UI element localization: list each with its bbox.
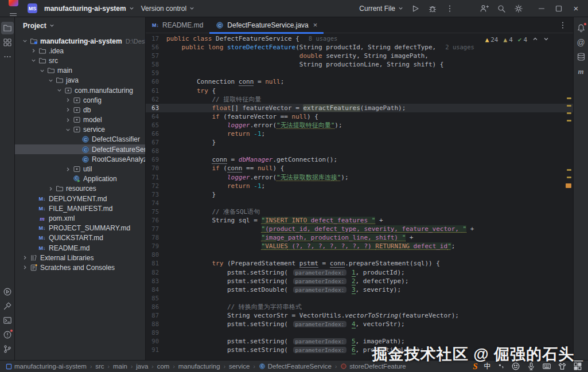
run-button[interactable] <box>1 285 14 298</box>
add-user-button[interactable] <box>477 2 492 15</box>
code-line-65[interactable]: 65 logger.error("无法提取特征向量"); <box>146 121 573 130</box>
line-number[interactable]: 73 <box>146 190 166 199</box>
code-text[interactable]: return -1; <box>166 182 573 190</box>
line-number[interactable]: 61 <box>146 87 166 95</box>
vcs-selector[interactable]: Version control <box>141 5 194 13</box>
code-line-73[interactable]: 73 } <box>146 190 573 199</box>
line-number[interactable]: 69 <box>146 155 166 164</box>
breadcrumb-java[interactable]: java <box>136 363 148 370</box>
code-text[interactable]: // 准备SQL语句 <box>166 207 573 216</box>
code-text[interactable]: double severity, String imagePath, <box>166 52 573 60</box>
code-line-60[interactable]: 60 Connection conn = null; <box>146 77 573 86</box>
code-text[interactable]: } <box>166 138 573 147</box>
tree-item-main[interactable]: main <box>15 66 145 76</box>
tree-item-project-summary-md[interactable]: M↓PROJECT_SUMMARY.md <box>15 224 145 233</box>
code-line-66[interactable]: 66 return -1; <box>146 130 573 138</box>
code-text[interactable]: return -1; <box>166 130 573 138</box>
code-text[interactable] <box>166 199 573 207</box>
code-text[interactable] <box>166 328 573 337</box>
line-number[interactable]: 60 <box>146 77 166 86</box>
code-text[interactable]: pstmt.setString( parameterIndex: 1, prod… <box>166 268 573 277</box>
tree-item-pom-xml[interactable]: mpom.xml <box>15 213 145 223</box>
breadcrumb-manufacturing[interactable]: manufacturing <box>178 363 220 370</box>
code-text[interactable]: conn = dbManager.getConnection(); <box>166 155 573 164</box>
breadcrumb-src[interactable]: src <box>95 363 104 370</box>
more-button[interactable] <box>1 50 14 63</box>
code-line-63[interactable]: 63 float[] featureVector = extractFeatur… <box>146 104 573 112</box>
code-line-61[interactable]: 61 try { <box>146 87 573 95</box>
line-number[interactable]: 88 <box>146 320 166 328</box>
line-number[interactable]: 74 <box>146 199 166 207</box>
ok-count[interactable]: ✔4 <box>518 36 527 44</box>
chevron-right-sm-icon[interactable] <box>22 265 28 270</box>
line-number[interactable]: 17 <box>146 34 166 43</box>
code-line-69[interactable]: 69 conn = dbManager.getConnection(); <box>146 155 573 164</box>
code-line-85[interactable]: 85 <box>146 294 573 303</box>
code-line-56[interactable]: 56 public long storeDefectFeature(String… <box>146 43 573 52</box>
code-line-57[interactable]: 57 double severity, String imagePath, <box>146 52 573 60</box>
code-line-87[interactable]: 87 String vectorStr = VectorUtils.vector… <box>146 311 573 320</box>
line-number[interactable]: 77 <box>146 225 166 233</box>
code-line-71[interactable]: 71 logger.error("无法获取数据库连接"); <box>146 173 573 182</box>
inspections-widget[interactable]: ▲24▲4✔4 <box>485 36 549 44</box>
chevron-right-sm-icon[interactable] <box>22 255 28 260</box>
code-line-88[interactable]: 88 pstmt.setString( parameterIndex: 4, v… <box>146 320 573 328</box>
code-text[interactable]: String vectorStr = VectorUtils.vectorToS… <box>166 311 573 320</box>
tree-item-idea[interactable]: .idea <box>15 46 145 56</box>
code-text[interactable]: float[] featureVector = extractFeatures(… <box>166 104 573 112</box>
run-configuration-selector[interactable]: Current File <box>359 5 403 13</box>
database-button[interactable] <box>575 50 587 63</box>
code-line-86[interactable]: 86 // 转换向量为字符串格式 <box>146 303 573 311</box>
tree-item-model[interactable]: model <box>15 115 145 125</box>
line-number[interactable]: 62 <box>146 95 166 104</box>
chevron-down-sm-icon[interactable] <box>22 38 28 44</box>
code-text[interactable]: if (featureVector == null) { <box>166 112 573 121</box>
code-text[interactable] <box>166 250 573 259</box>
code-line-58[interactable]: 58 String productionLine, String shift) … <box>146 60 573 69</box>
code-text[interactable]: logger.error("无法获取数据库连接"); <box>166 173 573 182</box>
code-line-72[interactable]: 72 return -1; <box>146 182 573 190</box>
chevron-right-sm-icon[interactable] <box>48 186 53 191</box>
line-number[interactable]: 59 <box>146 69 166 77</box>
chevron-right-sm-icon[interactable] <box>31 48 36 53</box>
line-number[interactable]: 68 <box>146 147 166 155</box>
tree-item-file-manifest-md[interactable]: M↓FILE_MANIFEST.md <box>15 203 145 213</box>
code-text[interactable]: "(product_id, defect_type, severity, fea… <box>166 225 573 233</box>
code-line-82[interactable]: 82 pstmt.setString( parameterIndex: 1, p… <box>146 268 573 277</box>
code-text[interactable]: Connection conn = null; <box>166 77 573 86</box>
tree-item-resources[interactable]: resources <box>15 184 145 194</box>
breadcrumb-main[interactable]: main <box>113 363 127 370</box>
line-number[interactable]: 81 <box>146 259 166 268</box>
maven-button[interactable]: m <box>575 65 587 77</box>
tree-item-rootcauseanalyzer[interactable]: CRootCauseAnalyzer <box>15 154 145 164</box>
code-line-59[interactable]: 59 <box>146 69 573 77</box>
prev-problem-button[interactable] <box>532 36 538 44</box>
code-line-89[interactable]: 89 <box>146 328 573 337</box>
code-line-76[interactable]: 76 String sql = "INSERT INTO defect_feat… <box>146 216 573 225</box>
line-number[interactable]: 75 <box>146 207 166 216</box>
close-tab-icon[interactable]: × <box>313 21 318 29</box>
code-line-84[interactable]: 84 pstmt.setDouble( parameterIndex: 3, s… <box>146 285 573 294</box>
line-number[interactable]: 56 <box>146 43 166 52</box>
line-number[interactable]: 63 <box>146 104 166 112</box>
line-number[interactable]: 67 <box>146 138 166 147</box>
code-line-83[interactable]: 83 pstmt.setString( parameterIndex: 2, d… <box>146 277 573 285</box>
code-line-80[interactable]: 80 <box>146 250 573 259</box>
code-line-81[interactable]: 81 try (PreparedStatement pstmt = conn.p… <box>146 259 573 268</box>
chevron-down-sm-icon[interactable] <box>48 78 53 83</box>
next-problem-button[interactable] <box>543 36 549 44</box>
code-text[interactable]: "VALUES (?, ?, ?, ?, ?, ?, ?) RETURNING … <box>166 242 573 250</box>
tree-item-defectclassifier[interactable]: CDefectClassifier <box>15 135 145 144</box>
project-folder-button[interactable] <box>1 22 14 34</box>
code-text[interactable]: pstmt.setString( parameterIndex: 2, defe… <box>166 277 573 285</box>
code-line-77[interactable]: 77 "(product_id, defect_type, severity, … <box>146 225 573 233</box>
line-number[interactable]: 84 <box>146 285 166 294</box>
window-maximize-button[interactable] <box>550 1 567 16</box>
code-line-74[interactable]: 74 <box>146 199 573 207</box>
line-number[interactable]: 86 <box>146 303 166 311</box>
tree-item-external-libraries[interactable]: External Libraries <box>15 253 145 263</box>
tree-item-java[interactable]: java <box>15 76 145 85</box>
line-number[interactable]: 70 <box>146 164 166 173</box>
more-vertical-button[interactable] <box>442 2 457 15</box>
weak-warning-count[interactable]: ▲4 <box>504 36 513 44</box>
